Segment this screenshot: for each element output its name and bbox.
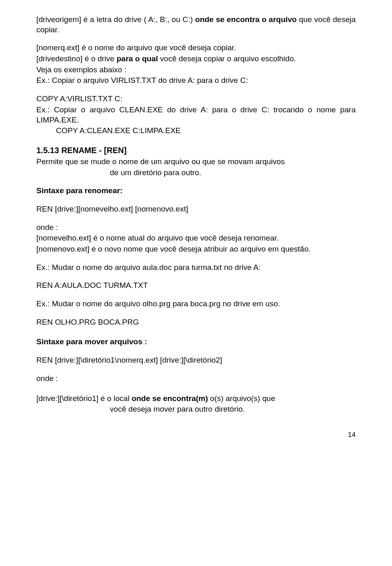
paragraph-ex-clean: Ex.: Copiar o arquivo CLEAN.EXE do drive… [36,105,356,125]
text-ex-olho: Ex.: Mudar o nome do arquivo olho.prg pa… [36,299,280,308]
text-nomevelho: [nomevelho.ext] é o nome atual do arquiv… [36,234,279,242]
paragraph-sintaxe-renomear: Sintaxe para renomear: [36,186,356,196]
text-rename-desc-a: Permite que se mude o nome de um arquivo… [36,157,285,166]
text-heading-rename: 1.5.13 RENAME - [REN] [36,146,127,155]
text-nomenovo: [nomenovo.ext] é o novo nome que você de… [36,245,311,253]
text-veja: Veja os exemplos abaixo : [36,65,127,74]
text-diretorio1-b: onde se encontra(m) [131,394,208,403]
text-rename-desc-b: de um diretório para outro. [110,168,201,177]
paragraph-diretorio1-a: [drive:][\diretório1] é o local onde se … [36,394,356,404]
heading-rename: 1.5.13 RENAME - [REN] [36,146,356,155]
paragraph-ren-mover-syntax: REN [drive:][\diretório1\nomerq.ext] [dr… [36,355,356,365]
text-onde2: onde : [36,374,58,383]
text-ren-olho: REN OLHO.PRG BOCA.PRG [36,318,139,326]
paragraph-copy-virlist: COPY A:VIRLIST.TXT C: [36,94,356,104]
paragraph-nomevelho: [nomevelho.ext] é o nome atual do arquiv… [36,233,356,243]
paragraph-ren-olho: REN OLHO.PRG BOCA.PRG [36,317,356,328]
page-container: [driveorigem] é a letra do drive ( A:, B… [18,0,374,451]
text-drivedestino-b: para o qual [116,54,158,63]
text-diretorio1-a: [drive:][\diretório1] é o local [36,394,131,403]
text-diretorio1-c: o(s) arquivo(s) que [208,394,275,403]
text-ex-clean-a: Ex.: Copiar o arquivo CLEAN.EXE do drive… [36,105,356,124]
text-drivedestino-c: você deseja copiar o arquivo escolhido. [158,54,296,63]
text-copy-clean: COPY A:CLEAN.EXE C:LIMPA.EXE [56,126,181,135]
paragraph-nomerq: [nomerq.ext] é o nome do arquivo que voc… [36,43,356,53]
text-ex-aula: Ex.: Mudar o nome do arquivo aula.doc pa… [36,263,261,272]
paragraph-copy-clean: COPY A:CLEAN.EXE C:LIMPA.EXE [36,126,356,136]
paragraph-ex-virlist: Ex.: Copiar o arquivo VIRLIST.TXT do dri… [36,76,356,86]
text-onde1: onde : [36,223,58,232]
text-ex-virlist: Ex.: Copiar o arquivo VIRLIST.TXT do dri… [36,76,248,85]
page-number: 14 [36,431,356,439]
text-sintaxe-mover: Sintaxe para mover arquivos : [36,337,147,346]
paragraph-ex-aula: Ex.: Mudar o nome do arquivo aula.doc pa… [36,263,356,273]
text-copy-virlist: COPY A:VIRLIST.TXT C: [36,94,122,103]
text-page-number: 14 [348,431,356,439]
paragraph-onde1: onde : [36,223,356,233]
paragraph-veja: Veja os exemplos abaixo : [36,65,356,75]
paragraph-drivedestino: [drivedestino] é o drive para o qual voc… [36,54,356,64]
paragraph-ex-olho: Ex.: Mudar o nome do arquivo olho.prg pa… [36,299,356,309]
text-drivedestino-a: [drivedestino] é o drive [36,54,116,63]
text-driveorigem-a: [driveorigem] é a letra do drive ( A:, B… [36,15,195,24]
text-driveorigem-b: onde se encontra o arquivo [195,15,297,24]
paragraph-rename-desc-b: de um diretório para outro. [36,168,356,178]
text-ren-mover-syntax: REN [drive:][\diretório1\nomerq.ext] [dr… [36,356,222,364]
paragraph-ren-syntax: REN [drive:][nomevelho.ext] [nomenovo.ex… [36,204,356,214]
text-ren-syntax: REN [drive:][nomevelho.ext] [nomenovo.ex… [36,205,188,213]
text-ren-aula: REN A:AULA.DOC TURMA.TXT [36,281,148,290]
paragraph-sintaxe-mover: Sintaxe para mover arquivos : [36,337,356,347]
text-sintaxe-renomear: Sintaxe para renomear: [36,186,122,195]
text-diretorio1-d: você deseja mover para outro diretório. [110,405,245,413]
text-nomerq: [nomerq.ext] é o nome do arquivo que voc… [36,43,236,52]
paragraph-nomenovo: [nomenovo.ext] é o novo nome que você de… [36,244,356,254]
paragraph-driveorigem: [driveorigem] é a letra do drive ( A:, B… [36,15,356,35]
paragraph-rename-desc-a: Permite que se mude o nome de um arquivo… [36,157,356,167]
paragraph-diretorio1-d: você deseja mover para outro diretório. [36,404,356,414]
paragraph-onde2: onde : [36,374,356,384]
paragraph-ren-aula: REN A:AULA.DOC TURMA.TXT [36,281,356,291]
